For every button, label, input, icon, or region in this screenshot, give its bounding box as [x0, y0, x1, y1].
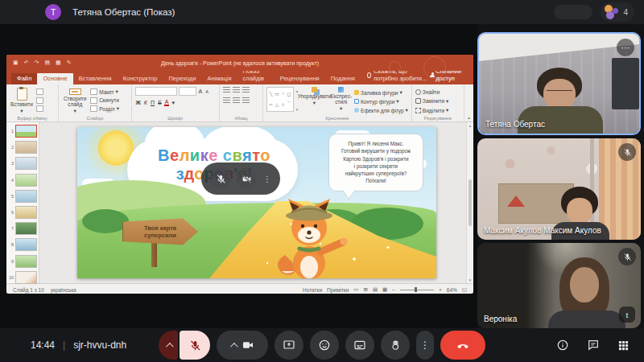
raise-hand-button[interactable] [381, 331, 410, 360]
participant-tile[interactable]: ⋯ Тетяна Обертас [477, 32, 641, 135]
more-options-button[interactable]: ⋮ [416, 331, 434, 360]
fit-slide-icon[interactable]: ◱ [462, 286, 467, 293]
shapes-scroll-down-icon[interactable]: ▾ [296, 107, 299, 112]
slide-thumbnail[interactable]: 9 [6, 255, 39, 268]
paste-button[interactable]: Вставити ▾ [10, 87, 34, 113]
tab-home[interactable]: Основне [37, 73, 72, 84]
grow-font-button[interactable]: А [198, 88, 204, 94]
mic-muted-icon[interactable] [210, 168, 231, 189]
activities-button[interactable] [617, 339, 630, 352]
slide-thumbnail[interactable]: 7 [6, 222, 39, 235]
shape-outline-button[interactable]: Контур фігури▾ [354, 98, 408, 105]
view-sorter-icon[interactable]: ⊞ [363, 286, 367, 293]
camera-off-icon[interactable] [236, 168, 257, 189]
participant-tile[interactable]: t Вероніка [477, 243, 641, 328]
font-name-combo[interactable] [135, 87, 177, 96]
bullets-icon[interactable] [223, 87, 230, 93]
scrollbar-thumb[interactable] [469, 179, 472, 226]
tab-design[interactable]: Конструктор [118, 73, 163, 84]
tile-more-options-icon[interactable]: ⋯ [617, 39, 634, 56]
scroll-up-icon[interactable]: ▴ [469, 123, 472, 128]
font-size-combo[interactable] [179, 87, 196, 96]
strikethrough-button[interactable]: S [157, 100, 163, 105]
layout-button[interactable]: Макет▾ [90, 88, 119, 95]
reset-button[interactable]: Скинути [90, 97, 119, 104]
underline-button[interactable]: П [150, 100, 155, 105]
comments-toggle[interactable]: Примітки [327, 287, 349, 293]
mic-options-caret[interactable] [159, 331, 178, 360]
slide-thumbnail[interactable]: 8 [6, 238, 39, 251]
slide-thumbnail[interactable]: 2 [6, 141, 39, 154]
italic-button[interactable]: К [143, 100, 148, 105]
section-button[interactable]: Розділ▾ [90, 105, 119, 112]
slide-thumbnail[interactable]: 4 [6, 174, 39, 187]
collapse-ribbon-icon[interactable]: ▴ [464, 114, 473, 121]
zoom-out-button[interactable]: − [392, 287, 395, 293]
find-icon [415, 89, 421, 95]
tab-insert[interactable]: Вставлення [73, 73, 118, 84]
view-normal-icon[interactable]: ▭ [353, 286, 358, 293]
format-painter-icon[interactable] [36, 105, 43, 112]
tab-transitions[interactable]: Переходи [163, 73, 201, 84]
captions-button[interactable] [345, 331, 374, 360]
slide-thumbnail[interactable]: 1 [6, 125, 39, 138]
cut-icon[interactable] [36, 88, 43, 95]
bold-button[interactable]: Ж [135, 100, 142, 105]
ppt-title-bar: ▣ ↶ ↷ ▤ ▦ ✎ День здоров'я - PowerPoint (… [6, 55, 473, 71]
tab-animations[interactable]: Анімація [201, 73, 237, 84]
leave-call-button[interactable] [440, 331, 485, 360]
shape-fill-button[interactable]: Заливка фігури▾ [354, 89, 408, 96]
zoom-in-button[interactable]: + [439, 287, 442, 293]
slide-thumbnail[interactable]: 5 [6, 190, 39, 203]
select-button[interactable]: Виділити▾ [415, 107, 449, 113]
tab-review[interactable]: Рецензування [275, 73, 325, 84]
quick-styles-button[interactable]: Експрес-стилі ▾ [330, 87, 352, 113]
shapes-gallery[interactable]: ╲▭○◻⇨△☆⌒ [266, 87, 294, 112]
reactions-button[interactable] [310, 331, 339, 360]
slide-thumbnail[interactable]: 3 [6, 157, 39, 170]
copy-icon[interactable] [36, 97, 43, 104]
new-slide-button[interactable]: Створити слайд ▾ [62, 87, 88, 113]
align-left-icon[interactable] [223, 97, 230, 104]
notes-toggle[interactable]: Нотатки [303, 287, 322, 293]
current-slide[interactable]: Велике свято здоров'я! Привіт! Я лисеня … [77, 127, 436, 278]
slide-thumbnail[interactable]: 6 [6, 206, 39, 219]
indent-icon[interactable] [242, 87, 250, 93]
align-right-icon[interactable] [242, 97, 250, 104]
zoom-slider[interactable] [400, 290, 434, 290]
ppt-ribbon-tabs: Файл Основне Вставлення Конструктор Пере… [6, 71, 473, 84]
more-options-icon[interactable]: ⋮ [263, 175, 271, 183]
tab-view[interactable]: Подання [325, 73, 361, 84]
meeting-details-button[interactable] [556, 339, 569, 352]
find-button[interactable]: Знайти [415, 89, 449, 95]
shrink-font-button[interactable]: А [204, 89, 209, 94]
align-center-icon[interactable] [233, 97, 240, 104]
chat-button[interactable] [587, 339, 600, 352]
slide-thumbnail-panel[interactable]: 1 2 3 4 5 6 7 8 9 10 [6, 122, 39, 283]
present-screen-button[interactable] [275, 331, 303, 360]
participant-tile[interactable]: Максим Акулов Максим Акулов [477, 138, 641, 240]
canvas-scrollbar[interactable]: ▴ ▾ [466, 122, 473, 283]
scroll-down-icon[interactable]: ▾ [469, 278, 472, 282]
language-indicator[interactable]: українська [51, 287, 76, 293]
slide-thumbnail[interactable]: 10 [6, 271, 39, 284]
shape-effects-button[interactable]: Ефекти для фігур▾ [354, 107, 408, 113]
numbering-icon[interactable] [233, 87, 240, 93]
camera-button[interactable] [217, 331, 268, 360]
ppt-status-bar: Слайд 1 з 10 українська Нотатки Примітки… [6, 283, 473, 294]
floating-self-controls[interactable]: ⋮ [201, 162, 280, 195]
font-color-button[interactable]: А [164, 99, 170, 106]
section-icon [90, 105, 97, 112]
replace-button[interactable]: Замінити▾ [415, 98, 449, 105]
zoom-level[interactable]: 64% [447, 287, 457, 293]
select-icon [415, 108, 421, 113]
tab-file[interactable]: Файл [11, 73, 37, 84]
camera-options-caret[interactable] [230, 342, 238, 350]
view-reading-icon[interactable]: ▤ [373, 286, 378, 293]
view-slideshow-icon[interactable]: ▦ [382, 286, 387, 293]
microphone-button[interactable] [159, 331, 210, 360]
mic-muted-icon[interactable] [180, 331, 210, 360]
speech-bubble: Привіт! Я лисеня Макс. Готовий вирушити … [328, 134, 423, 191]
participants-indicator[interactable]: 4 [601, 2, 634, 22]
arrange-button[interactable]: Упорядкувати ▾ [300, 87, 328, 113]
